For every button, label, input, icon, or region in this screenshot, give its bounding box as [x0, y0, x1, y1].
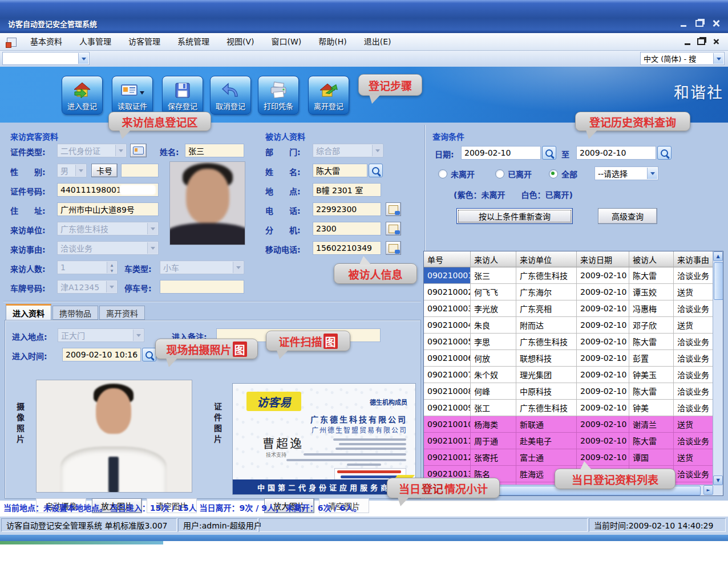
table-cell[interactable]: 周于通: [471, 433, 516, 449]
dept-combo[interactable]: 综合部: [313, 144, 383, 157]
table-header-cell[interactable]: 来访人: [471, 251, 516, 267]
child-minimize-button[interactable]: [680, 35, 695, 48]
table-cell[interactable]: 谢清兰: [629, 416, 674, 433]
date-to-field[interactable]: 2009-02-10: [576, 146, 656, 160]
menu-item-basic-data[interactable]: 基本资料: [22, 33, 71, 50]
menu-item-window[interactable]: 窗口(W): [263, 33, 310, 50]
table-cell[interactable]: 广东海尔: [516, 284, 577, 300]
stepper-arrows-icon[interactable]: ▲▼: [107, 262, 116, 273]
table-cell[interactable]: 2009-02-10: [577, 383, 629, 400]
tab-leave-info[interactable]: 离开资料: [99, 306, 145, 320]
table-cell[interactable]: 090210004: [424, 317, 471, 334]
scroll-down-icon[interactable]: ▼: [713, 475, 723, 485]
child-restore-button[interactable]: [694, 35, 709, 48]
cert-no-field[interactable]: 4401111980010: [57, 183, 159, 197]
table-cell[interactable]: 送货: [674, 449, 714, 466]
table-cell[interactable]: 洽谈业务: [674, 267, 714, 284]
table-header-cell[interactable]: 单号: [424, 251, 471, 267]
table-cell[interactable]: 陈大雷: [629, 267, 674, 284]
cancel-registration-button[interactable]: 取消登记: [210, 76, 251, 115]
table-cell[interactable]: 090210001: [424, 267, 471, 284]
table-header-cell[interactable]: 来访单位: [516, 251, 577, 267]
table-cell[interactable]: 2009-02-10: [577, 416, 629, 433]
table-cell[interactable]: 谭国: [629, 449, 674, 466]
table-row[interactable]: 090210004朱良附而达2009-02-10邓子欣送货: [424, 317, 723, 334]
table-cell[interactable]: 090210010: [424, 416, 471, 433]
date-from-field[interactable]: 2009-02-10: [461, 146, 541, 160]
vertical-scrollbar[interactable]: ▲ ▼: [713, 251, 723, 485]
menu-item-system[interactable]: 系统管理: [169, 33, 218, 50]
requery-button[interactable]: 按以上条件重新查询: [456, 208, 573, 224]
table-cell[interactable]: 洽谈业务: [674, 334, 714, 350]
table-cell[interactable]: 朱个奴: [471, 367, 516, 383]
cert-type-combo[interactable]: 二代身份证: [57, 144, 127, 157]
table-row[interactable]: 090210012张寄托富士通2009-02-10谭国送货: [424, 449, 723, 466]
table-row[interactable]: 090210009张工广东德生科技2009-02-10钟美洽谈业务: [424, 400, 723, 416]
tab-entry-info[interactable]: 进入资料: [6, 304, 51, 320]
table-row[interactable]: 090210007朱个奴理光集团2009-02-10钟美玉洽谈业务: [424, 367, 723, 383]
table-cell[interactable]: 朱良: [471, 317, 516, 334]
table-cell[interactable]: 2009-02-10: [577, 284, 629, 300]
table-cell[interactable]: 附而达: [516, 317, 577, 334]
table-cell[interactable]: 090210009: [424, 400, 471, 416]
table-cell[interactable]: 新联通: [516, 416, 577, 433]
menu-item-view[interactable]: 视图(V): [218, 33, 263, 50]
table-cell[interactable]: 2009-02-10: [577, 433, 629, 449]
table-row[interactable]: 090210003李光放广东亮相2009-02-10冯惠梅洽谈业务: [424, 300, 723, 317]
table-cell[interactable]: 理光集团: [516, 367, 577, 383]
table-cell[interactable]: 谭玉姣: [629, 284, 674, 300]
table-cell[interactable]: 张寄托: [471, 449, 516, 466]
table-cell[interactable]: 2009-02-10: [577, 334, 629, 350]
notify-mobile-button[interactable]: [386, 241, 401, 255]
table-cell[interactable]: 何放: [471, 350, 516, 367]
table-cell[interactable]: 邓子欣: [629, 317, 674, 334]
table-cell[interactable]: 洽谈业务: [674, 466, 714, 482]
table-cell[interactable]: 洽谈业务: [674, 367, 714, 383]
vehicle-type-combo[interactable]: 小车: [160, 261, 244, 274]
table-row[interactable]: 090210002何飞飞广东海尔2009-02-10谭玉姣送货: [424, 284, 723, 300]
table-cell[interactable]: 洽谈业务: [674, 400, 714, 416]
ext-field[interactable]: 2300: [313, 222, 381, 235]
notify-ext-button[interactable]: [386, 222, 401, 235]
table-header-cell[interactable]: 被访人: [629, 251, 674, 267]
table-cell[interactable]: 090210012: [424, 449, 471, 466]
notify-phone-button[interactable]: [386, 202, 401, 216]
visited-name-field[interactable]: 陈大雷: [313, 164, 367, 177]
table-cell[interactable]: 张三: [471, 267, 516, 284]
card-number-field[interactable]: [121, 164, 159, 177]
print-receipt-button[interactable]: 打印凭条: [258, 76, 299, 115]
table-cell[interactable]: 广东德生科技: [516, 334, 577, 350]
table-cell[interactable]: 洽谈业务: [674, 300, 714, 317]
table-cell[interactable]: 2009-02-10: [577, 350, 629, 367]
visitor-name-field[interactable]: 张三: [185, 144, 244, 157]
table-cell[interactable]: 090210008: [424, 383, 471, 400]
table-cell[interactable]: 洽谈业务: [674, 350, 714, 367]
leave-registration-button[interactable]: 离开登记: [308, 76, 349, 115]
card-number-button[interactable]: 卡号: [91, 164, 118, 177]
table-row[interactable]: 090210006何放联想科技2009-02-10彭置洽谈业务: [424, 350, 723, 367]
table-cell[interactable]: 090210002: [424, 284, 471, 300]
table-cell[interactable]: 钟美玉: [629, 367, 674, 383]
table-header-cell[interactable]: 来访事由: [674, 251, 714, 267]
chevron-down-icon[interactable]: [78, 53, 88, 64]
language-selector[interactable]: 中文 (简体) - 搜: [640, 52, 725, 65]
table-cell[interactable]: 陈大雷: [629, 334, 674, 350]
gender-combo[interactable]: 男: [57, 164, 87, 177]
menu-item-help[interactable]: 帮助(H): [310, 33, 355, 50]
table-cell[interactable]: 钟美: [629, 400, 674, 416]
table-cell[interactable]: 何峰: [471, 383, 516, 400]
table-cell[interactable]: 广东亮相: [516, 300, 577, 317]
close-button[interactable]: [709, 17, 723, 30]
menu-item-hr[interactable]: 人事管理: [71, 33, 120, 50]
table-cell[interactable]: 陈大雷: [629, 433, 674, 449]
phone-field[interactable]: 22992300: [313, 202, 381, 216]
parking-field[interactable]: [160, 280, 244, 294]
table-cell[interactable]: 送货: [674, 284, 714, 300]
table-cell[interactable]: 送货: [674, 317, 714, 334]
radio-all[interactable]: 全部: [549, 168, 577, 180]
table-cell[interactable]: 090210007: [424, 367, 471, 383]
table-cell[interactable]: 2009-02-10: [577, 300, 629, 317]
table-cell[interactable]: 090210005: [424, 334, 471, 350]
tab-carried-items[interactable]: 携带物品: [52, 306, 98, 320]
table-cell[interactable]: 陈大雷: [629, 383, 674, 400]
